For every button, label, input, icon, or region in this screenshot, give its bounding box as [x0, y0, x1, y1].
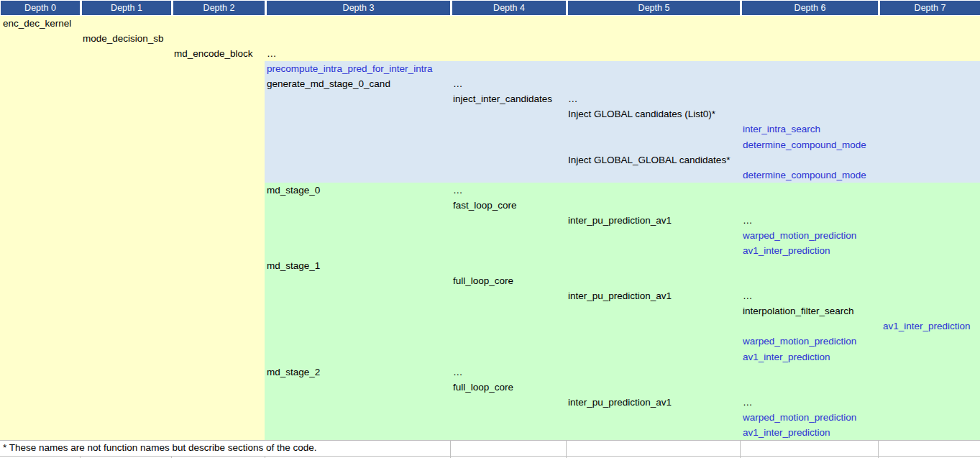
- tree-row: generate_md_stage_0_cand…: [0, 76, 980, 91]
- footer-gridline: [878, 440, 879, 456]
- cell-text: enc_dec_kernel: [3, 16, 71, 31]
- footer-bottom-gridline: [0, 456, 980, 457]
- tree-row: mode_decision_sb: [0, 31, 980, 46]
- cell-text: inter_pu_prediction_av1: [568, 288, 672, 303]
- cell-text: Inject GLOBAL candidates (List0)*: [568, 106, 715, 122]
- function-link[interactable]: warped_motion_prediction: [743, 410, 856, 425]
- footer-gridline: [566, 440, 567, 456]
- cell-text: md_stage_2: [267, 365, 320, 380]
- header-cell-depth-7: Depth 7: [880, 1, 980, 15]
- tree-row: av1_inter_prediction: [0, 319, 980, 334]
- function-link[interactable]: warped_motion_prediction: [743, 228, 856, 243]
- tree-row: inject_inter_candidates…: [0, 91, 980, 106]
- function-link[interactable]: determine_compound_mode: [743, 137, 866, 152]
- tree-row: md_stage_0…: [0, 183, 980, 198]
- cell-text: md_stage_0: [267, 183, 320, 198]
- function-link[interactable]: av1_inter_prediction: [743, 243, 830, 258]
- tree-row: enc_dec_kernel: [0, 16, 980, 31]
- tree-row: full_loop_core: [0, 273, 980, 288]
- ellipsis-text: …: [568, 91, 578, 106]
- cell-text: md_stage_1: [267, 258, 320, 273]
- tree-row: determine_compound_mode: [0, 168, 980, 183]
- tree-row: md_encode_block…: [0, 46, 980, 61]
- ellipsis-text: …: [743, 288, 753, 303]
- footnote-text: * These names are not function names but…: [3, 440, 317, 456]
- tree-row: av1_inter_prediction: [0, 349, 980, 365]
- tree-row: precompute_intra_pred_for_inter_intra: [0, 61, 980, 76]
- cell-text: md_encode_block: [174, 46, 253, 61]
- tree-row: av1_inter_prediction: [0, 243, 980, 258]
- tree-row: Inject GLOBAL candidates (List0)*: [0, 106, 980, 122]
- function-link[interactable]: av1_inter_prediction: [883, 319, 971, 334]
- tree-row: fast_loop_core: [0, 198, 980, 213]
- footer-gridline: [450, 440, 451, 456]
- tree-row: warped_motion_prediction: [0, 334, 980, 349]
- ellipsis-text: …: [453, 183, 463, 198]
- tree-row: av1_inter_prediction: [0, 425, 980, 440]
- tree-row: inter_pu_prediction_av1…: [0, 395, 980, 410]
- ellipsis-text: …: [743, 213, 753, 228]
- cell-text: mode_decision_sb: [83, 31, 164, 46]
- cell-text: full_loop_core: [453, 380, 513, 395]
- cell-text: full_loop_core: [453, 273, 513, 288]
- ellipsis-text: …: [743, 395, 753, 410]
- ellipsis-text: …: [453, 76, 463, 91]
- cell-text: inter_pu_prediction_av1: [568, 395, 672, 410]
- header-cell-depth-1: Depth 1: [82, 1, 171, 15]
- tree-row: md_stage_2…: [0, 365, 980, 380]
- footer-gridline: [740, 440, 741, 456]
- cell-text: generate_md_stage_0_cand: [267, 76, 390, 91]
- cell-text: inject_inter_candidates: [453, 91, 552, 106]
- header-cell-depth-2: Depth 2: [173, 1, 265, 15]
- cell-text: interpolation_filter_search: [743, 303, 854, 319]
- tree-row: Inject GLOBAL_GLOBAL candidates*: [0, 152, 980, 168]
- cell-text: Inject GLOBAL_GLOBAL candidates*: [568, 152, 730, 168]
- tree-row: determine_compound_mode: [0, 137, 980, 152]
- tree-row: full_loop_core: [0, 380, 980, 395]
- tree-row: warped_motion_prediction: [0, 410, 980, 425]
- function-link[interactable]: determine_compound_mode: [743, 168, 866, 183]
- cell-text: fast_loop_core: [453, 198, 517, 213]
- cell-text: inter_pu_prediction_av1: [568, 213, 672, 228]
- tree-row: inter_pu_prediction_av1…: [0, 213, 980, 228]
- function-link[interactable]: av1_inter_prediction: [743, 349, 830, 365]
- ellipsis-text: …: [267, 46, 277, 61]
- header-cell-depth-6: Depth 6: [742, 1, 878, 15]
- function-link[interactable]: warped_motion_prediction: [743, 334, 856, 349]
- header-cell-depth-4: Depth 4: [452, 1, 566, 15]
- function-link[interactable]: precompute_intra_pred_for_inter_intra: [267, 61, 432, 76]
- function-link[interactable]: inter_intra_search: [743, 122, 820, 137]
- header-cell-depth-0: Depth 0: [1, 1, 80, 15]
- tree-row: interpolation_filter_search: [0, 303, 980, 319]
- header-cell-depth-5: Depth 5: [568, 1, 740, 15]
- tree-row: warped_motion_prediction: [0, 228, 980, 243]
- header-cell-depth-3: Depth 3: [267, 1, 450, 15]
- tree-row: inter_intra_search: [0, 122, 980, 137]
- function-link[interactable]: av1_inter_prediction: [743, 425, 830, 440]
- ellipsis-text: …: [453, 365, 463, 380]
- tree-row: md_stage_1: [0, 258, 980, 273]
- call-tree-sheet: Depth 0 Depth 1 Depth 2 Depth 3 Depth 4 …: [0, 0, 980, 458]
- tree-row: inter_pu_prediction_av1…: [0, 288, 980, 303]
